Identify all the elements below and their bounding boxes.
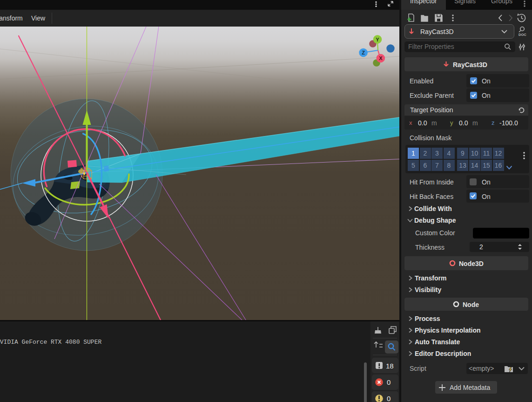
svg-text:0: 0	[387, 395, 391, 402]
svg-text:0: 0	[387, 378, 391, 386]
svg-text:18: 18	[386, 362, 394, 370]
svg-text:X: X	[379, 55, 383, 61]
svg-text:DOC: DOC	[519, 33, 526, 37]
svg-text:Z: Z	[362, 50, 365, 55]
svg-text:Y: Y	[376, 37, 379, 42]
